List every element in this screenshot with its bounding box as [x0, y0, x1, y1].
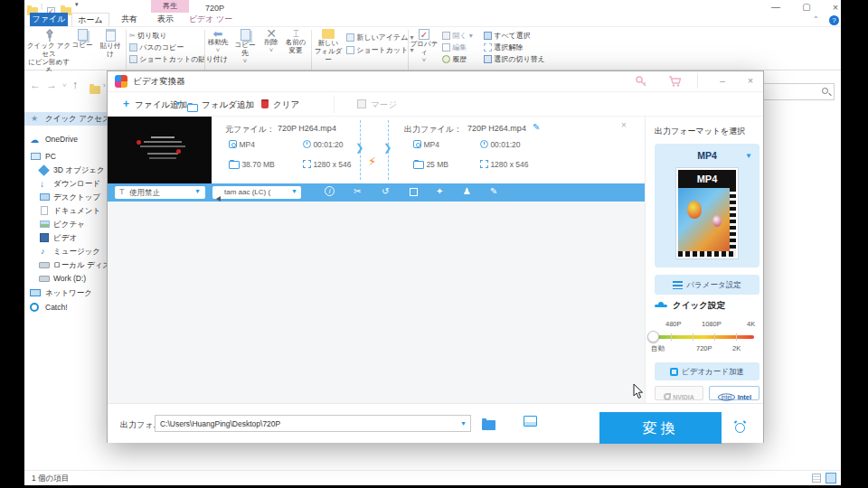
maximize-button[interactable]: ▢	[795, 0, 818, 16]
open-button[interactable]: 開く ▾	[442, 30, 473, 42]
cart-icon[interactable]	[668, 75, 682, 91]
output-folder-combobox[interactable]: C:\Users\HuangPing\Desktop\720P ▼	[155, 415, 471, 432]
add-folder-button[interactable]: フォルダ追加	[202, 99, 254, 111]
sidebar-item-pictures[interactable]: ピクチャ	[24, 218, 116, 231]
schedule-alarm-icon[interactable]	[735, 420, 745, 436]
quality-slider-knob[interactable]	[647, 331, 659, 343]
sidebar-item-music[interactable]: ♪ミュージック	[24, 245, 116, 258]
forward-icon[interactable]: →	[46, 79, 57, 91]
sidebar-item-network[interactable]: ネットワーク	[24, 286, 116, 300]
help-icon[interactable]: ?	[829, 15, 839, 25]
sidebar-item-documents[interactable]: ドキュメント	[24, 204, 116, 218]
tab-home[interactable]: ホーム	[71, 13, 109, 26]
add-file-dropdown-icon[interactable]: ▾	[176, 99, 180, 108]
details-view-icon[interactable]	[812, 474, 821, 483]
search-box[interactable]	[755, 83, 835, 100]
document-icon	[41, 206, 48, 215]
dialog-close-button[interactable]: ×	[739, 73, 762, 89]
tab-share[interactable]: 共有	[113, 13, 146, 26]
audio-selector[interactable]: tam aac (LC) ( ▼	[212, 186, 301, 199]
breadcrumb-folder-icon[interactable]	[90, 81, 100, 98]
move-to-button[interactable]: ⬅ 移動先˅	[206, 29, 230, 54]
copy-button[interactable]: コピー	[70, 29, 95, 49]
thumbnail-logo-dot	[176, 149, 181, 154]
combobox-dropdown-icon[interactable]: ▼	[460, 420, 467, 427]
crop-icon[interactable]	[410, 188, 418, 196]
browse-folder-icon[interactable]	[482, 417, 495, 433]
rotate-icon[interactable]: ↺	[382, 186, 389, 196]
close-button[interactable]: ×	[824, 0, 847, 16]
effects-icon[interactable]: ✦	[436, 186, 443, 196]
select-none-button[interactable]: 選択解除	[484, 42, 523, 53]
qat-customize-icon[interactable]: ▾	[75, 1, 79, 8]
subtitle-selector[interactable]: T 使用禁止 ▼	[115, 186, 205, 199]
clear-button[interactable]: クリア	[273, 99, 299, 111]
tab-file[interactable]: ファイル	[30, 13, 68, 26]
format-card[interactable]: MP4 ▼ MP4	[655, 144, 760, 267]
back-icon[interactable]: ←	[30, 79, 41, 91]
chevron-down-icon: ˅	[216, 46, 220, 54]
source-resolution: 1280 x 546	[303, 160, 351, 169]
sidebar-item-onedrive[interactable]: ☁OneDrive	[24, 133, 116, 146]
info-icon[interactable]: i	[325, 186, 335, 196]
new-item-button[interactable]: 新しいアイテム ▾	[346, 32, 414, 43]
sidebar-item-3d-objects[interactable]: 3D オブジェクト	[24, 164, 116, 177]
scale-label-1080p: 1080P	[702, 320, 722, 328]
up-icon[interactable]: ↑	[72, 79, 78, 91]
open-output-folder-icon[interactable]	[524, 416, 537, 427]
dialog-titlebar[interactable]: ビデオ変換器 – ×	[108, 71, 763, 92]
nvidia-button[interactable]: NVIDIA	[655, 386, 703, 400]
parameter-settings-button[interactable]: パラメータ設定	[655, 275, 760, 295]
tab-video-tools[interactable]: ビデオ ツール	[185, 13, 236, 26]
file-row[interactable]: 元ファイル： 720P H264.mp4 MP4 00:01:20 38.70 …	[108, 117, 645, 183]
edit-filename-icon[interactable]: ✎	[533, 122, 540, 132]
edit-button[interactable]: 編集	[442, 42, 467, 53]
paste-button[interactable]: 貼り付け	[97, 29, 124, 58]
source-file-name: 720P H264.mp4	[278, 124, 336, 133]
shortcut-button[interactable]: ショートカット ▾	[346, 44, 414, 56]
intel-button[interactable]: intelIntel	[709, 386, 760, 400]
sidebar-item-downloads[interactable]: ↓ダウンロード	[24, 177, 116, 191]
register-key-icon[interactable]	[635, 75, 647, 91]
cut-button[interactable]: ✂ 切り取り	[129, 30, 166, 42]
edit-subtitle-icon[interactable]: ✎	[490, 186, 497, 196]
select-invert-button[interactable]: 選択の切り替え	[484, 53, 545, 65]
new-folder-button[interactable]: 新しい フォルダー	[314, 29, 343, 63]
catch-icon	[30, 303, 39, 312]
remove-file-icon[interactable]: ×	[621, 120, 627, 130]
copy-to-button[interactable]: コピー先˅	[231, 29, 259, 65]
sidebar-item-desktop[interactable]: デスクトップ	[24, 191, 116, 204]
delete-button[interactable]: ✕ 削除˅	[260, 29, 282, 54]
merge-button[interactable]: マージ	[371, 99, 397, 111]
copy-path-button[interactable]: パスのコピー	[129, 42, 184, 53]
gpu-acceleration-button[interactable]: ビデオカード加速	[655, 362, 760, 380]
sidebar-item-quick-access[interactable]: ★クイック アクセス	[24, 112, 116, 126]
ribbon-collapse-icon[interactable]: ⌃	[813, 15, 819, 23]
sidebar-item-pc[interactable]: PC	[24, 150, 116, 164]
sidebar-item-videos[interactable]: ビデオ	[24, 231, 116, 245]
format-dropdown-icon[interactable]: ▼	[745, 152, 752, 160]
history-button[interactable]: 履歴	[442, 53, 467, 65]
rename-button[interactable]: ⌶ 名前の 変更	[284, 29, 307, 54]
watermark-icon[interactable]: ♟	[463, 186, 471, 196]
minimize-button[interactable]: —	[764, 0, 788, 16]
tab-view[interactable]: 表示	[149, 13, 182, 26]
dialog-minimize-button[interactable]: –	[710, 73, 735, 89]
recent-locations-icon[interactable]: ˅	[62, 81, 67, 89]
lightning-icon[interactable]: ⚡	[368, 155, 376, 168]
quality-slider-track[interactable]	[653, 335, 754, 339]
select-all-button[interactable]: すべて選択	[484, 30, 531, 42]
pin-quick-access-button[interactable]: クイック アクセス にピン留めする	[26, 29, 71, 74]
search-icon[interactable]	[822, 88, 828, 94]
search-input[interactable]	[758, 85, 819, 99]
sidebar: ★クイック アクセス ☁OneDrive PC 3D オブジェクト ↓ダウンロー…	[24, 103, 116, 470]
sidebar-item-local-disk-c[interactable]: ローカル ディスク (C:	[24, 258, 116, 272]
paste-shortcut-button[interactable]: ショートカットの貼り付け	[129, 53, 228, 65]
thumbnail-view-icon[interactable]	[826, 473, 836, 483]
sidebar-item-work-d[interactable]: Work (D:)	[24, 272, 116, 286]
properties-button[interactable]: ✓ プロパティ˅	[410, 29, 439, 64]
convert-button[interactable]: 変換	[599, 412, 722, 444]
sidebar-item-catch[interactable]: Catch!	[24, 301, 116, 314]
cut-clip-icon[interactable]: ✂	[354, 186, 361, 196]
converter-dialog: ビデオ変換器 – × + ファイル追加 ▾ フォルダ追加 クリア マージ	[107, 70, 764, 443]
